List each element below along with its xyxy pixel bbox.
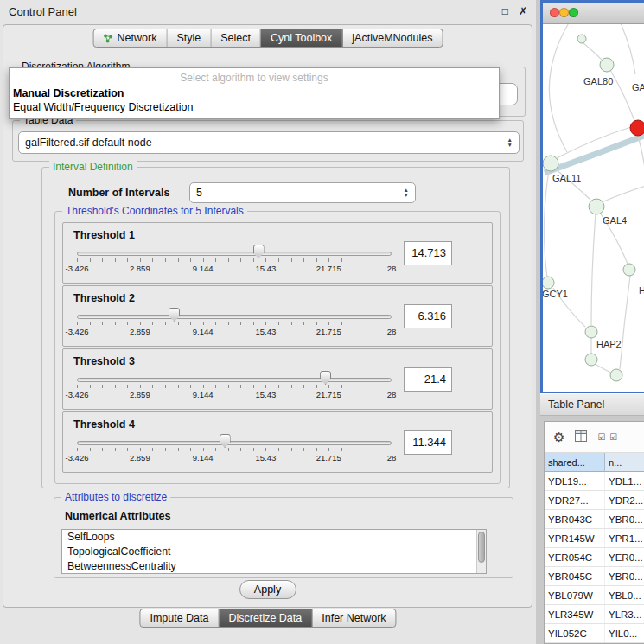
group-title: Attributes to discretize [61,491,170,503]
table-cell: YER054C [545,548,605,566]
tab-impute-data[interactable]: Impute Data [140,609,219,627]
network-node[interactable] [610,369,622,381]
table-row[interactable]: YPR145WYPR1... [545,529,644,548]
tab-discretize-data[interactable]: Discretize Data [220,609,313,627]
scale-label: -3.426 [66,264,89,273]
control-panel-titlebar: Control Panel □ ✗ [0,0,536,22]
network-edge [544,170,549,277]
gear-icon[interactable]: ⚙ [553,430,564,443]
table-cell: YLR3... [605,605,644,623]
arrow-down-icon: ▼ [507,143,513,148]
threshold-value-field[interactable]: 14.713 [404,241,452,265]
num-intervals-combobox[interactable]: 5 ▲ ▼ [189,182,416,203]
network-graph: GAL80GAGAL11GAL4GCY1HHAP2 [543,24,644,392]
scale-label: 21.715 [316,390,341,399]
network-node[interactable] [589,199,604,214]
network-node[interactable] [600,58,614,72]
panel-title: Control Panel [9,5,77,18]
select-columns-icon[interactable]: ☑ ☑ [597,433,618,442]
tab-label: Select [220,32,251,44]
table-row[interactable]: YDL19...YDL1... [545,472,644,491]
table-cell: YBR045C [545,567,605,585]
traffic-light[interactable] [559,8,569,17]
numerical-attributes-label: Numerical Attributes [65,510,170,522]
network-edge [620,276,630,369]
tab-select[interactable]: Select [211,29,261,47]
num-intervals-label: Number of Intervals [68,187,169,199]
control-panel-window: Control Panel □ ✗ Discretization Algorit… [0,0,536,644]
window-controls: □ ✗ [502,5,527,17]
table-row[interactable]: YBR045CYBR0... [545,567,644,586]
attribute-list-item[interactable]: SelfLoops [62,530,486,545]
scale-label: 9.144 [193,264,214,273]
traffic-light[interactable] [550,8,559,17]
popup-option-equal-width-frequency[interactable]: Equal Width/Frequency Discretization [10,100,499,114]
table-cell: YIL052C [545,624,605,642]
scale-label: 21.715 [316,264,341,273]
column-header[interactable]: n... [605,453,644,471]
column-header[interactable]: shared... [545,453,605,471]
table-row[interactable]: YLR345WYLR3... [545,605,644,624]
threshold-value-field[interactable]: 11.344 [404,430,452,455]
tab-cyni-toolbox[interactable]: Cyni Toolbox [261,29,342,47]
network-node[interactable] [543,156,558,171]
tab-infer-network[interactable]: Infer Network [312,609,395,627]
network-node[interactable] [585,354,597,366]
attribute-list-item[interactable]: BetweennessCentrality [62,559,486,574]
threshold-value-field[interactable]: 21.4 [404,367,452,392]
network-node[interactable] [543,277,554,289]
scrollbar-thumb[interactable] [478,532,485,563]
tab-network[interactable]: Network [94,29,168,47]
scale-label: 28 [387,264,397,273]
table-row[interactable]: YER054CYER0... [545,548,644,567]
network-canvas[interactable]: GAL80GAGAL11GAL4GCY1HHAP2 [543,24,644,392]
table-row[interactable]: YIL052CYIL0... [545,624,644,643]
scale-label: -3.426 [66,327,89,336]
network-edge [591,214,596,325]
threshold-block: Threshold 3-3.4262.8599.14415.4321.71528… [62,348,493,410]
network-edge [549,24,572,152]
network-node-selected[interactable] [630,120,644,136]
table-data-combobox[interactable]: galFiltered.sif default node ▲ ▼ [18,131,520,154]
attributes-list[interactable]: SelfLoopsTopologicalCoefficientBetweenne… [61,529,487,574]
scrollbar[interactable] [476,530,486,573]
table-panel-window: ⚙ ☑ ☑ shared... n... YDL19...YDL1...YDR2… [544,421,644,644]
scale-label: 28 [387,453,397,462]
traffic-light[interactable] [569,8,578,17]
scale-label: 21.715 [316,327,341,336]
tab-label: Cyni Toolbox [271,32,332,44]
table-row[interactable]: YDR27...YDR2... [545,491,644,510]
network-node[interactable] [623,264,635,276]
close-icon[interactable]: ✗ [519,5,527,17]
node-label: GAL4 [603,215,627,226]
popup-option-manual-discretization[interactable]: Manual Discretization [10,86,499,100]
columns-icon[interactable] [575,430,587,443]
tab-label: Infer Network [322,612,386,624]
table-cell: YLR345W [545,605,605,623]
combobox-stepper-icon: ▲ ▼ [404,188,409,198]
table-cell: YER0... [605,548,644,566]
network-node[interactable] [585,326,597,338]
node-label: GAL80 [583,76,613,86]
network-window-titlebar[interactable] [543,3,644,24]
network-node[interactable] [577,35,586,43]
scale-label: 9.144 [193,390,214,399]
attribute-list-item[interactable]: TopologicalCoefficient [62,545,486,559]
float-window-icon[interactable]: □ [502,5,508,17]
node-label: HAP2 [596,339,622,349]
table-cell: YBL079W [545,586,605,604]
threshold-blocks: Threshold 1-3.4262.8599.14415.4321.71528… [62,222,493,475]
tab-style[interactable]: Style [167,29,211,47]
table-row[interactable]: YBL079WYBL0... [545,586,644,605]
checkbox-icon: ☑ [609,432,618,442]
tab-jactivemnodules[interactable]: jActiveMNodules [342,29,442,47]
tab-label: Discretize Data [229,612,303,624]
node-label: GA [632,82,644,92]
checkbox-icon: ☑ [597,432,606,442]
top-tabstrip: NetworkStyleSelectCyni ToolboxjActiveMNo… [93,29,443,48]
table-cell: YDR2... [605,491,644,509]
table-row[interactable]: YBR043CYBR0... [545,510,644,529]
apply-button[interactable]: Apply [239,580,296,599]
threshold-value-field[interactable]: 6.316 [404,304,452,328]
table-body: YDL19...YDL1...YDR27...YDR2...YBR043CYBR… [545,472,644,643]
